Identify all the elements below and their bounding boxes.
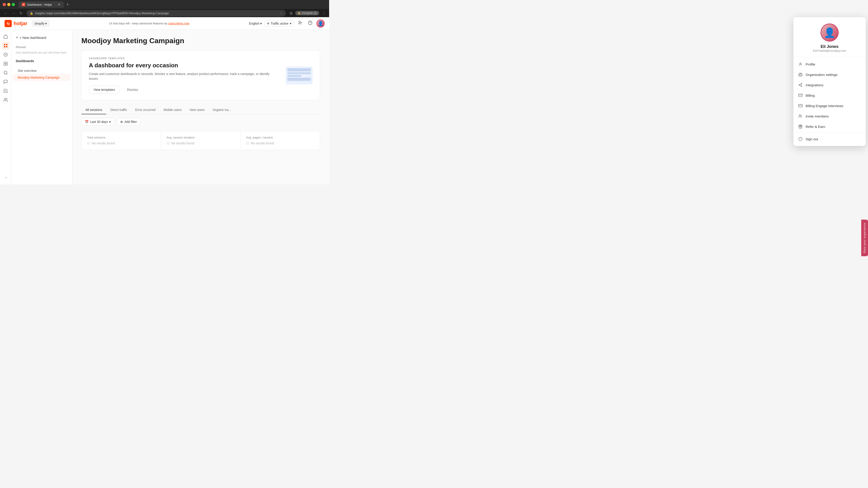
reload-btn[interactable]: ↻ — [18, 10, 24, 16]
forward-btn[interactable]: → — [10, 10, 17, 16]
insights-nav-btn[interactable] — [2, 51, 10, 59]
surveys-nav-btn[interactable] — [2, 87, 10, 95]
template-preview — [285, 66, 313, 85]
heatmaps-nav-btn[interactable] — [2, 60, 10, 68]
main-content: Moodjoy Marketing Campaign DASHBOARD TEM… — [72, 30, 329, 184]
site-overview-link[interactable]: Site overview — [13, 67, 70, 74]
svg-point-0 — [299, 21, 301, 23]
stats-grid: Total sessions ⊟ No results found Avg. s… — [81, 131, 320, 150]
date-filter-label: Last 30 days — [90, 120, 108, 124]
back-btn[interactable]: ← — [3, 10, 9, 16]
dismiss-btn[interactable]: Dismiss — [123, 86, 143, 94]
svg-rect-10 — [4, 62, 7, 66]
window-maximize-btn[interactable] — [12, 3, 15, 6]
session-tabs: All sessions Direct traffic Error occurr… — [81, 106, 320, 114]
template-title: A dashboard for every occasion — [89, 62, 278, 69]
svg-rect-7 — [4, 46, 5, 47]
url-bar[interactable]: 🔒 insights.hotjar.com/sites/3814994/dash… — [26, 10, 286, 17]
sidebar-bottom: → — [2, 173, 10, 182]
avatar-icon: 👤 — [318, 21, 323, 26]
window-minimize-btn[interactable] — [7, 3, 10, 6]
svg-point-11 — [4, 71, 7, 74]
traffic-label: Traffic active — [271, 22, 288, 25]
star-icon[interactable]: ☆ — [280, 11, 283, 15]
preview-bar-3 — [287, 75, 301, 77]
tab-all-sessions[interactable]: All sessions — [81, 106, 106, 114]
date-filter[interactable]: 📅 Last 30 days ▾ — [81, 118, 114, 126]
avg-pages-no-results: No results found — [251, 141, 274, 145]
pinned-section: Pinned Any dashboards you pin will show … — [11, 45, 72, 55]
page-title: Moodjoy Marketing Campaign — [81, 37, 320, 45]
moodjoy-campaign-link[interactable]: Moodjoy Marketing Campaign — [13, 74, 70, 81]
trial-link[interactable]: subscribing now — [168, 22, 189, 25]
pinned-title: Pinned — [16, 45, 68, 49]
language-label: English — [249, 22, 259, 25]
extensions-btn[interactable]: ⊞ — [289, 10, 293, 16]
active-tab[interactable]: H Dashboard - Hotjar ✕ — [19, 1, 64, 8]
nav-buttons: ← → ↻ — [3, 10, 24, 16]
avg-duration-value: ⊟ No results found — [166, 141, 235, 145]
template-section-label: DASHBOARD TEMPLATES — [89, 57, 278, 60]
filter-icon: ⊕ — [120, 120, 123, 124]
collapse-sidebar-btn[interactable]: → — [2, 173, 10, 182]
hotjar-logo[interactable]: hj hotjar — [4, 20, 27, 27]
new-tab-btn[interactable]: + — [65, 1, 71, 8]
template-desc: Create and customize dashboards in secon… — [89, 72, 278, 81]
avg-pages-card: Avg. pages / session ⊟ No results found — [241, 131, 320, 150]
tab-mobile-users[interactable]: Mobile users — [160, 106, 186, 114]
feedback-nav-btn[interactable] — [2, 78, 10, 86]
traffic-indicator[interactable]: Traffic active ▾ — [265, 20, 294, 27]
incognito-badge: 🕵 Incognito (2) — [295, 11, 319, 15]
add-users-btn[interactable] — [297, 19, 304, 28]
total-sessions-value: ⊟ No results found — [87, 141, 156, 145]
total-sessions-card: Total sessions ⊟ No results found — [82, 131, 161, 150]
browser-chrome: H Dashboard - Hotjar ✕ + — [0, 0, 329, 9]
tab-close-btn[interactable]: ✕ — [58, 3, 61, 6]
template-card: DASHBOARD TEMPLATES A dashboard for ever… — [81, 51, 320, 100]
avg-pages-label: Avg. pages / session — [246, 136, 314, 139]
tab-error-occurred[interactable]: Error occurred — [131, 106, 159, 114]
view-templates-btn[interactable]: View templates — [89, 86, 120, 94]
date-filter-chevron: ▾ — [109, 120, 111, 124]
language-selector[interactable]: English ▾ — [249, 22, 262, 25]
address-actions: ⊞ 🕵 Incognito (2) ⋮ — [289, 10, 327, 16]
no-results-icon-1: ⊟ — [87, 141, 90, 145]
template-actions: View templates Dismiss — [89, 86, 278, 94]
tab-favicon: H — [22, 3, 25, 6]
shopify-label: shopify — [34, 22, 44, 25]
svg-rect-8 — [6, 46, 7, 47]
recordings-nav-btn[interactable] — [2, 69, 10, 77]
traffic-dropdown-icon: ▾ — [290, 22, 291, 25]
main-layout: → + + New dashboard Pinned Any dashboard… — [0, 30, 329, 184]
tab-organic-traffic[interactable]: Organic tra... — [209, 106, 235, 114]
window-close-btn[interactable] — [3, 3, 6, 6]
trial-banner: 14 trial days left - keep advanced featu… — [54, 22, 244, 25]
trial-text: 14 trial days left - keep advanced featu… — [109, 22, 167, 25]
left-panel: + + New dashboard Pinned Any dashboards … — [11, 30, 72, 184]
user-avatar-btn[interactable]: 👤 — [316, 20, 324, 28]
top-nav: hj hotjar shopify ▾ 14 trial days left -… — [0, 17, 329, 30]
add-filter-label: Add filter — [124, 120, 137, 124]
dashboard-nav-btn[interactable] — [2, 41, 10, 50]
preview-bar-4 — [287, 78, 311, 81]
add-filter-btn[interactable]: ⊕ Add filter — [117, 118, 140, 126]
window-controls — [3, 3, 15, 6]
home-nav-btn[interactable] — [2, 33, 10, 41]
tab-bar: H Dashboard - Hotjar ✕ + — [19, 1, 71, 8]
tab-direct-traffic[interactable]: Direct traffic — [106, 106, 131, 114]
filter-bar: 📅 Last 30 days ▾ ⊕ Add filter — [81, 118, 320, 126]
svg-point-13 — [4, 98, 6, 100]
language-dropdown-icon: ▾ — [260, 22, 262, 25]
shopify-selector[interactable]: shopify ▾ — [32, 20, 49, 27]
icon-sidebar: → — [0, 30, 11, 184]
hotjar-logo-icon: hj — [4, 20, 12, 27]
traffic-dot — [267, 22, 269, 25]
new-dashboard-btn[interactable]: + + New dashboard — [11, 33, 72, 42]
tab-new-users[interactable]: New users — [186, 106, 209, 114]
shopify-dropdown-icon: ▾ — [45, 22, 47, 25]
people-nav-btn[interactable] — [2, 96, 10, 104]
svg-rect-5 — [4, 44, 5, 45]
browser-menu-btn[interactable]: ⋮ — [321, 10, 327, 16]
help-btn[interactable] — [307, 19, 314, 28]
avg-duration-no-results: No results found — [171, 141, 194, 145]
